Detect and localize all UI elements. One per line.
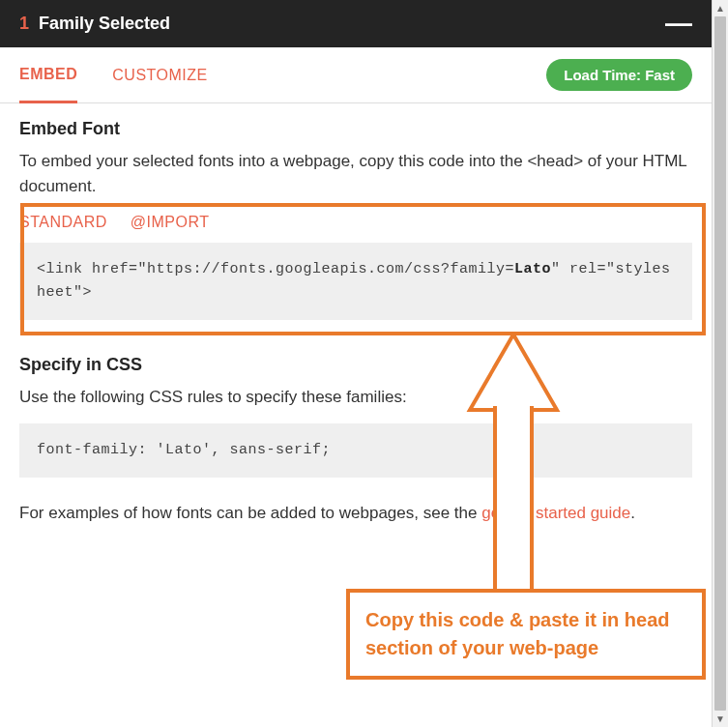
code-prefix: <link href="https://fonts.googleapis.com… [37, 261, 514, 277]
tab-bar: EMBED CUSTOMIZE Load Time: Fast [0, 47, 712, 103]
vertical-scrollbar[interactable]: ▲ ▼ [712, 0, 728, 727]
footer-text: For examples of how fonts can be added t… [19, 501, 692, 526]
family-count: 1 [19, 14, 29, 34]
specify-css-heading: Specify in CSS [19, 355, 692, 375]
tab-embed[interactable]: EMBED [19, 48, 77, 103]
footer-suffix: . [630, 504, 635, 522]
annotation-arrow-icon [460, 334, 567, 594]
tab-customize[interactable]: CUSTOMIZE [112, 49, 207, 102]
scroll-down-icon[interactable]: ▼ [713, 711, 728, 727]
embed-font-heading: Embed Font [19, 119, 692, 139]
header-title: Family Selected [39, 14, 170, 34]
embed-font-description: To embed your selected fonts into a webp… [19, 149, 692, 198]
code-family: Lato [514, 261, 551, 277]
embed-sub-tabs: STANDARD @IMPORT [19, 212, 692, 231]
header-bar: 1 Family Selected — [0, 0, 712, 47]
svg-marker-0 [470, 334, 557, 410]
specify-css-description: Use the following CSS rules to specify t… [19, 385, 692, 410]
content-area: Embed Font To embed your selected fonts … [0, 103, 712, 525]
link-code-block[interactable]: <link href="https://fonts.googleapis.com… [19, 243, 692, 320]
footer-prefix: For examples of how fonts can be added t… [19, 504, 481, 522]
header-title-wrap: 1 Family Selected [19, 14, 170, 34]
scroll-thumb[interactable] [714, 16, 726, 711]
sub-tab-import[interactable]: @IMPORT [131, 214, 210, 231]
scroll-up-icon[interactable]: ▲ [713, 0, 728, 16]
annotation-text: Copy this code & paste it in head sectio… [365, 609, 670, 658]
css-code-block[interactable]: font-family: 'Lato', sans-serif; [19, 423, 692, 478]
svg-rect-1 [495, 408, 532, 594]
sub-tab-standard[interactable]: STANDARD [19, 214, 107, 231]
minimize-icon[interactable]: — [665, 18, 692, 30]
svg-rect-2 [497, 406, 530, 414]
annotation-text-box: Copy this code & paste it in head sectio… [346, 589, 706, 680]
load-time-badge: Load Time: Fast [546, 59, 692, 91]
